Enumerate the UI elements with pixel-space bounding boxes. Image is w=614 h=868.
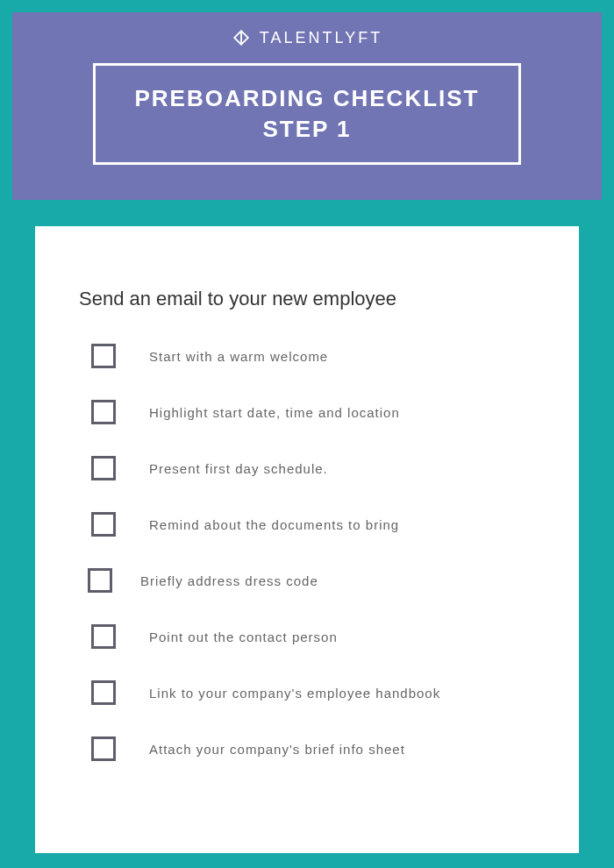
item-label: Highlight start date, time and location xyxy=(149,405,400,420)
list-item: Highlight start date, time and location xyxy=(79,400,535,424)
checkbox-icon[interactable] xyxy=(91,344,116,368)
list-item: Present first day schedule. xyxy=(79,456,535,480)
title-line-2: STEP 1 xyxy=(134,114,479,145)
checkbox-icon[interactable] xyxy=(88,568,112,593)
item-label: Start with a warm welcome xyxy=(149,349,328,364)
item-label: Remind about the documents to bring xyxy=(149,517,399,532)
title-line-1: PREBOARDING CHECKLIST xyxy=(134,83,479,114)
item-label: Point out the contact person xyxy=(149,630,338,644)
section-title: Send an email to your new employee xyxy=(79,288,535,310)
checklist: Start with a warm welcome Highlight star… xyxy=(79,344,535,761)
checkbox-icon[interactable] xyxy=(91,456,116,480)
item-label: Briefly address dress code xyxy=(140,573,318,588)
item-label: Link to your company's employee handbook xyxy=(149,686,440,701)
list-item: Point out the contact person xyxy=(79,624,535,649)
list-item: Remind about the documents to bring xyxy=(79,512,535,537)
checkbox-icon[interactable] xyxy=(91,400,116,424)
brand: TalentLyft xyxy=(232,28,382,47)
brand-logo-icon xyxy=(232,28,251,47)
checkbox-icon[interactable] xyxy=(91,512,116,537)
content-card: Send an email to your new employee Start… xyxy=(35,226,579,853)
list-item: Start with a warm welcome xyxy=(79,344,535,368)
item-label: Attach your company's brief info sheet xyxy=(149,742,405,757)
list-item: Attach your company's brief info sheet xyxy=(79,736,535,761)
list-item: Link to your company's employee handbook xyxy=(79,680,535,705)
checkbox-icon[interactable] xyxy=(91,736,116,761)
list-item: Briefly address dress code xyxy=(79,568,535,593)
title-box: PREBOARDING CHECKLIST STEP 1 xyxy=(93,63,520,165)
header-band: TalentLyft PREBOARDING CHECKLIST STEP 1 xyxy=(12,12,602,200)
checkbox-icon[interactable] xyxy=(91,680,116,705)
brand-name: TalentLyft xyxy=(260,29,382,47)
item-label: Present first day schedule. xyxy=(149,461,328,476)
checkbox-icon[interactable] xyxy=(91,624,116,649)
